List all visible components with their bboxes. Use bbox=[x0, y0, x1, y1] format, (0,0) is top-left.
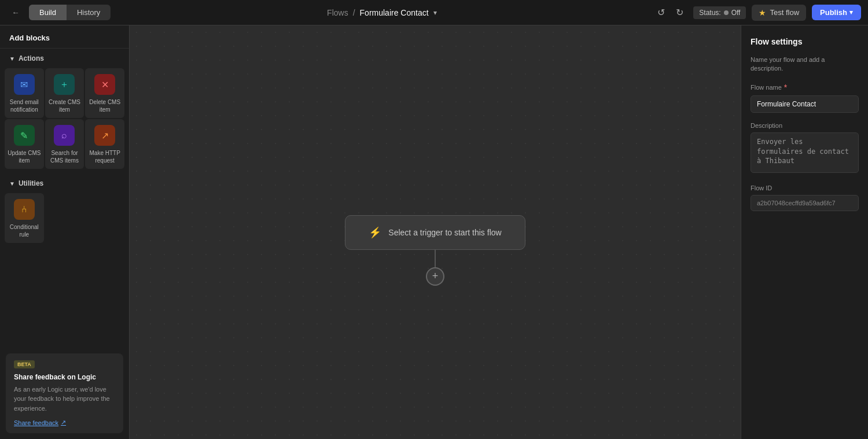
flow-name-label: Flow name * bbox=[751, 83, 859, 92]
topbar-right: ↺ ↻ Status: Off ★ Test flow Publish ▾ bbox=[653, 5, 861, 21]
share-feedback-label: Share feedback bbox=[14, 419, 58, 426]
conditional-rule-icon: ⑃ bbox=[14, 199, 35, 220]
canvas: ⚡ Select a trigger to start this flow + bbox=[130, 25, 741, 439]
flow-id-value: a2b07048cecffd9a59ad6fc7 bbox=[751, 195, 859, 211]
utilities-section-label: Utilities bbox=[19, 179, 43, 187]
http-request-label: Make HTTP request bbox=[87, 149, 122, 164]
test-flow-label: Test flow bbox=[770, 8, 799, 17]
description-label: Description bbox=[751, 122, 859, 129]
build-history-tabs: Build History bbox=[29, 5, 111, 20]
update-cms-label: Update CMS item bbox=[7, 149, 42, 164]
publish-label: Publish bbox=[820, 8, 847, 17]
add-blocks-header: Add blocks bbox=[0, 25, 129, 49]
delete-cms-label: Delete CMS item bbox=[87, 98, 122, 113]
beta-badge: BETA bbox=[14, 360, 35, 368]
add-step-button[interactable]: + bbox=[426, 267, 444, 286]
create-cms-icon: ＋ bbox=[54, 74, 75, 95]
trigger-box[interactable]: ⚡ Select a trigger to start this flow bbox=[345, 215, 525, 250]
actions-section-header[interactable]: ▼ Actions bbox=[0, 49, 129, 66]
flow-id-label: Flow ID bbox=[751, 185, 859, 191]
test-flow-button[interactable]: ★ Test flow bbox=[752, 5, 806, 21]
utilities-blocks-grid: ⑃ Conditional rule bbox=[0, 191, 129, 248]
trigger-icon: ⚡ bbox=[369, 226, 381, 239]
status-label: Status: bbox=[699, 9, 720, 17]
utilities-section-header[interactable]: ▼ Utilities bbox=[0, 174, 129, 191]
back-icon: ← bbox=[12, 8, 19, 17]
undo-redo-group: ↺ ↻ bbox=[653, 5, 687, 21]
actions-section-label: Actions bbox=[19, 54, 44, 62]
breadcrumb-separator: / bbox=[353, 8, 355, 17]
send-email-icon: ✉ bbox=[14, 74, 35, 95]
flow-name-group: Flow name * bbox=[751, 83, 859, 113]
publish-chevron: ▾ bbox=[849, 9, 853, 16]
share-feedback-link[interactable]: Share feedback ↗ bbox=[14, 419, 115, 426]
block-send-email[interactable]: ✉ Send email notification bbox=[5, 68, 44, 118]
topbar-center: Flows / Formulaire Contact ▾ bbox=[111, 8, 653, 17]
flow-dropdown-arrow[interactable]: ▾ bbox=[433, 9, 437, 17]
topbar: ← Build History Flows / Formulaire Conta… bbox=[0, 0, 868, 25]
delete-cms-icon: ✕ bbox=[94, 74, 115, 95]
undo-button[interactable]: ↺ bbox=[653, 5, 669, 21]
block-search-cms[interactable]: ⌕ Search for CMS items bbox=[45, 119, 84, 169]
description-group: Description bbox=[751, 122, 859, 175]
beta-text: As an early Logic user, we'd love your f… bbox=[14, 385, 115, 414]
build-tab[interactable]: Build bbox=[29, 5, 67, 20]
publish-button[interactable]: Publish ▾ bbox=[812, 5, 861, 20]
topbar-left: ← Build History bbox=[7, 4, 111, 21]
update-cms-icon: ✎ bbox=[14, 125, 35, 146]
right-panel: Flow settings Name your flow and add a d… bbox=[741, 25, 868, 439]
block-http-request[interactable]: ↗ Make HTTP request bbox=[85, 119, 124, 169]
flow-title-text: Formulaire Contact bbox=[360, 8, 429, 17]
required-indicator: * bbox=[784, 83, 787, 92]
left-panel: Add blocks ▼ Actions ✉ Send email notifi… bbox=[0, 25, 130, 439]
status-dot bbox=[724, 10, 729, 15]
block-delete-cms[interactable]: ✕ Delete CMS item bbox=[85, 68, 124, 118]
http-request-icon: ↗ bbox=[94, 125, 115, 146]
send-email-label: Send email notification bbox=[7, 98, 42, 113]
status-value: Off bbox=[731, 9, 741, 17]
add-step-icon: + bbox=[432, 270, 439, 282]
history-tab[interactable]: History bbox=[67, 5, 111, 20]
beta-feedback-box: BETA Share feedback on Logic As an early… bbox=[6, 353, 123, 434]
block-create-cms[interactable]: ＋ Create CMS item bbox=[45, 68, 84, 118]
search-cms-label: Search for CMS items bbox=[47, 149, 82, 164]
description-textarea[interactable] bbox=[751, 132, 859, 173]
block-update-cms[interactable]: ✎ Update CMS item bbox=[5, 119, 44, 169]
main-layout: Add blocks ▼ Actions ✉ Send email notifi… bbox=[0, 25, 868, 439]
block-conditional-rule[interactable]: ⑃ Conditional rule bbox=[5, 193, 44, 243]
conditional-rule-label: Conditional rule bbox=[7, 223, 42, 238]
actions-arrow-icon: ▼ bbox=[9, 56, 15, 62]
trigger-text: Select a trigger to start this flow bbox=[388, 228, 501, 237]
flow-name-input[interactable] bbox=[751, 95, 859, 113]
actions-blocks-grid: ✉ Send email notification ＋ Create CMS i… bbox=[0, 66, 129, 174]
create-cms-label: Create CMS item bbox=[47, 98, 82, 113]
utilities-arrow-icon: ▼ bbox=[9, 180, 15, 187]
share-feedback-link-icon: ↗ bbox=[61, 419, 66, 426]
star-icon: ★ bbox=[759, 8, 766, 17]
breadcrumb-parent: Flows bbox=[327, 8, 348, 17]
back-button[interactable]: ← bbox=[7, 4, 24, 21]
flow-settings-subtitle: Name your flow and add a description. bbox=[751, 56, 859, 73]
flow-title: Flows / Formulaire Contact ▾ bbox=[327, 8, 437, 17]
status-badge: Status: Off bbox=[693, 6, 746, 19]
beta-title: Share feedback on Logic bbox=[14, 373, 115, 381]
search-cms-icon: ⌕ bbox=[54, 125, 75, 146]
flow-id-group: Flow ID a2b07048cecffd9a59ad6fc7 bbox=[751, 185, 859, 211]
redo-button[interactable]: ↻ bbox=[671, 5, 687, 21]
flow-settings-title: Flow settings bbox=[751, 37, 859, 46]
